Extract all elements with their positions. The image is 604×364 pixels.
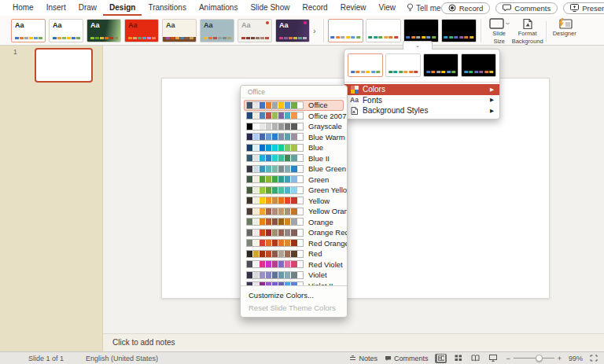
color-scheme-yellow-orange[interactable]: Yellow Orange [244,206,344,217]
tab-animations[interactable]: Animations [193,0,244,16]
comments-button[interactable]: Comments [495,2,558,14]
color-scheme-violet-ii[interactable]: Violet II [244,281,344,286]
reading-view-button[interactable] [470,354,481,363]
theme-gallery-more-icon[interactable]: › [313,26,316,35]
color-scheme-grayscale[interactable]: Grayscale [244,121,344,132]
slide-1-thumbnail[interactable] [35,48,93,83]
variant-thumbnail-expanded-2[interactable] [385,53,421,77]
scheme-swatch-strip [246,229,304,237]
color-scheme-red-violet[interactable]: Red Violet [244,259,344,270]
ribbon-tools: Slide Size Format Background Designer [485,16,579,45]
format-background-button[interactable]: Format Background [514,18,542,45]
variant-thumbnail-3[interactable] [403,19,439,42]
theme-thumbnail-3[interactable]: Aa [87,19,121,42]
notes-toggle-button[interactable]: Notes [349,355,378,362]
tool-label-line: Size [493,39,505,46]
scheme-name: Yellow [308,197,330,205]
menu-item-colors[interactable]: Colors ▶ [344,84,499,95]
tab-slide-show[interactable]: Slide Show [244,0,296,16]
color-scheme-violet[interactable]: Violet [244,270,344,281]
scheme-name: Violet [308,270,327,279]
submenu-arrow-icon: ▶ [490,86,494,93]
color-scheme-blue-ii[interactable]: Blue II [244,153,344,164]
zoom-percentage[interactable]: 99% [569,355,583,362]
tool-label-line: Background [512,39,543,46]
designer-button[interactable]: Designer [551,18,579,45]
normal-view-button[interactable] [435,354,447,363]
color-scheme-orange-red[interactable]: Orange Red [244,227,344,238]
color-group-label: Office [241,87,347,98]
comments-toggle-button[interactable]: Comments [385,355,429,362]
titlebar-actions: Record Comments Present in Teams Share ▾ [441,2,604,14]
menu-item-background-styles[interactable]: Background Styles ▶ [344,105,499,116]
scheme-name: Orange [308,218,333,226]
theme-thumbnail-1[interactable]: Aa [11,19,46,42]
color-scheme-red-orange[interactable]: Red Orange [244,238,344,249]
color-scheme-orange[interactable]: Orange [244,217,344,228]
background-styles-icon [350,107,359,115]
slide-size-icon [489,18,510,30]
tab-home[interactable]: Home [6,0,40,16]
variant-thumbnail-2[interactable] [366,19,401,42]
customize-colors-menu-item[interactable]: Customize Colors... [241,289,347,301]
color-scheme-green-yellow[interactable]: Green Yellow [244,185,344,196]
tell-me-label: Tell me [416,4,441,13]
record-button[interactable]: Record [441,2,491,14]
tab-transitions[interactable]: Transitions [142,0,193,16]
variant-thumbnail-4[interactable] [441,19,477,42]
zoom-control: − + [506,355,562,362]
variant-thumbnail-1[interactable] [328,19,363,42]
tell-me-button[interactable]: Tell me [407,3,441,13]
scheme-name: Orange Red [308,228,347,237]
theme-thumbnail-8[interactable]: Aa [275,19,310,42]
notes-placeholder: Click to add notes [112,338,175,347]
menu-item-fonts[interactable]: Aa Fonts ▶ [344,95,499,106]
slide-indicator: Slide 1 of 1 [28,355,64,362]
status-right: Notes Comments − + 99% [349,354,598,363]
zoom-slider-thumb[interactable] [536,355,543,362]
theme-thumbnail-5[interactable]: Aa [162,19,197,42]
color-scheme-blue-warm[interactable]: Blue Warm [244,132,344,143]
theme-color-dots [279,37,307,39]
scheme-swatch-strip [246,144,304,152]
app-tab-bar: HomeInsertDrawDesignTransitionsAnimation… [0,0,604,16]
color-scheme-blue[interactable]: Blue [244,142,344,153]
variant-thumbnail-expanded-1[interactable] [348,53,383,77]
zoom-out-button[interactable]: − [506,355,510,362]
slide-size-button[interactable]: Slide Size [485,18,514,45]
slide-sorter-view-button[interactable] [452,354,464,363]
color-scheme-office-2007-2010[interactable]: Office 2007 - 2010 [244,111,344,122]
comment-icon [385,355,392,362]
present-in-teams-button[interactable]: Present in Teams [563,2,604,14]
color-scheme-blue-green[interactable]: Blue Green [244,164,344,175]
tab-insert[interactable]: Insert [40,0,72,16]
slideshow-view-button[interactable] [487,354,499,363]
theme-color-dots [166,37,193,39]
zoom-in-button[interactable]: + [558,355,562,362]
theme-thumbnail-4[interactable]: Aa [124,19,159,42]
language-indicator[interactable]: English (United States) [86,355,158,362]
color-scheme-office[interactable]: Office [244,100,344,111]
zoom-slider[interactable] [514,358,554,358]
tab-draw[interactable]: Draw [72,0,103,16]
scheme-swatch-strip [246,154,304,162]
notes-pane[interactable]: Click to add notes [103,333,604,351]
reset-theme-colors-menu-item: Reset Slide Theme Colors [241,301,347,314]
fit-slide-icon[interactable] [590,355,598,362]
scheme-name: Grayscale [308,122,342,131]
theme-thumbnail-6[interactable]: Aa [200,19,234,42]
tab-record[interactable]: Record [296,0,333,16]
theme-color-dots [90,37,118,39]
variant-thumbnail-expanded-4[interactable] [461,53,496,77]
color-scheme-yellow[interactable]: Yellow [244,196,344,207]
tab-design[interactable]: Design [103,0,142,16]
theme-thumbnail-2[interactable]: Aa [49,19,83,42]
color-scheme-green[interactable]: Green [244,175,344,186]
variant-thumbnail-expanded-3[interactable] [423,53,459,77]
tab-review[interactable]: Review [334,0,373,16]
scheme-swatch-strip [246,260,304,268]
color-scheme-red[interactable]: Red [244,248,344,259]
variants-dropdown-button[interactable]: ⌄ [403,41,433,50]
tab-view[interactable]: View [372,0,402,16]
theme-thumbnail-7[interactable]: Aa [238,19,272,42]
